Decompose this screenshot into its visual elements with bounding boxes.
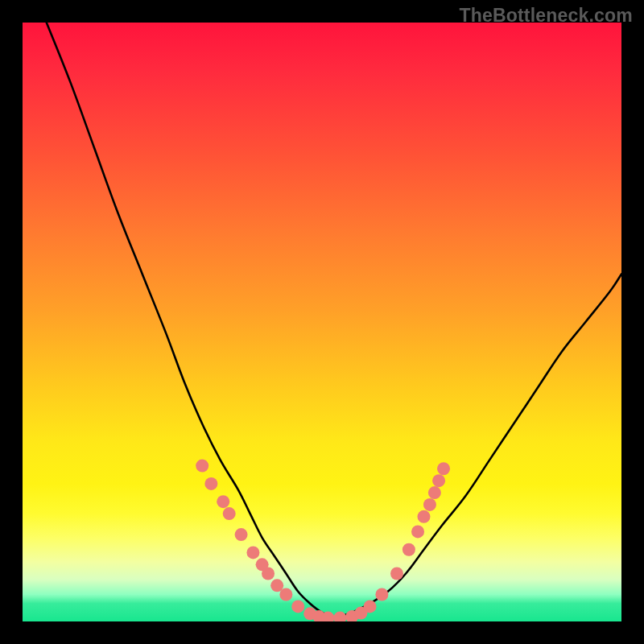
data-marker <box>437 462 450 475</box>
data-marker <box>402 543 415 556</box>
data-marker <box>417 510 430 523</box>
data-marker <box>262 567 275 580</box>
data-marker <box>375 588 388 601</box>
data-marker <box>423 498 436 511</box>
data-marker <box>217 495 229 508</box>
data-marker <box>390 567 403 580</box>
data-marker <box>223 507 236 520</box>
plot-area <box>23 23 621 621</box>
data-marker <box>364 600 377 613</box>
chart-svg <box>23 23 621 621</box>
data-marker <box>291 600 304 613</box>
curve-curve-right <box>334 274 621 617</box>
data-marker <box>333 612 346 621</box>
chart-stage: TheBottleneck.com <box>0 0 644 644</box>
data-marker <box>279 588 292 601</box>
data-marker <box>411 525 424 538</box>
data-marker <box>196 460 208 473</box>
data-marker <box>204 477 217 490</box>
curve-curve-left <box>47 23 334 618</box>
data-marker <box>246 546 259 559</box>
data-marker <box>432 474 445 487</box>
data-marker <box>428 486 441 499</box>
data-marker <box>235 528 248 541</box>
curve-group <box>47 23 621 618</box>
